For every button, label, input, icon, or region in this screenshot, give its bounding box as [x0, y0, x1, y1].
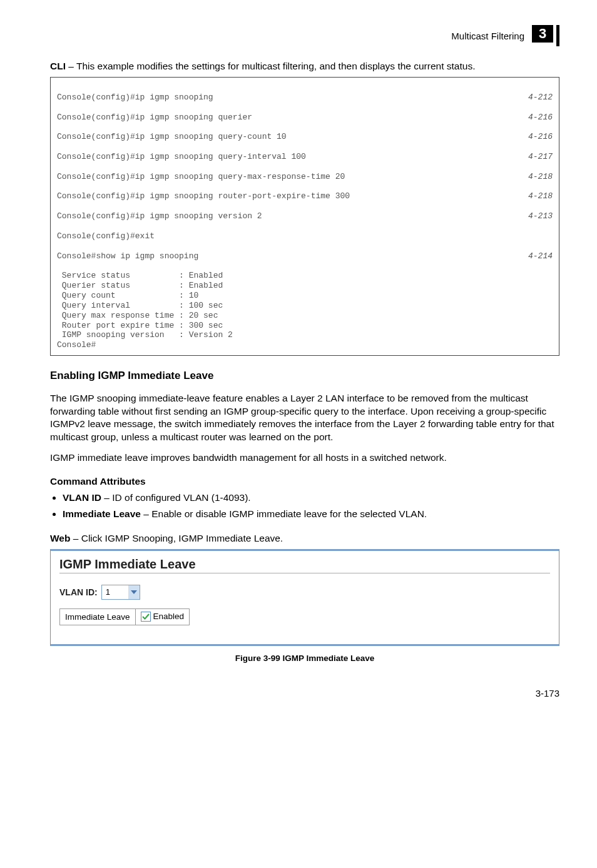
intro-text: – This example modifies the settings for… [66, 61, 475, 71]
code-output: Querier status : Enabled [57, 281, 223, 290]
code-ref: 4-218 [516, 172, 553, 182]
code-output: IGMP snooping version : Version 2 [57, 330, 233, 340]
page-number-badge: 3 [532, 25, 559, 46]
code-output: Query max response time : 20 sec [57, 311, 218, 320]
checkbox-icon [141, 612, 151, 622]
screenshot-title: IGMP Immediate Leave [59, 557, 550, 572]
code-cmd: Console(config)#ip igmp snooping router-… [57, 191, 350, 201]
web-paragraph: Web – Click IGMP Snooping, IGMP Immediat… [50, 532, 559, 545]
header-title: Multicast Filtering [451, 31, 524, 41]
divider [59, 573, 550, 573]
chevron-down-icon [128, 585, 140, 599]
code-ref: 4-216 [516, 132, 553, 142]
list-item: Immediate Leave – Enable or disable IGMP… [63, 507, 559, 521]
immediate-leave-cell: Enabled [135, 608, 190, 625]
code-cmd: Console(config)#ip igmp snooping [57, 93, 213, 103]
vlan-row: VLAN ID: 1 [59, 585, 550, 600]
checkbox-label: Enabled [153, 612, 185, 621]
section-body-1: The IGMP snooping immediate-leave featur… [50, 392, 559, 445]
code-ref: 4-212 [516, 93, 553, 103]
code-cmd: Console#show ip igmp snooping [57, 251, 198, 261]
immediate-leave-table: Immediate Leave Enabled [59, 608, 190, 625]
attr-name: VLAN ID [63, 492, 101, 503]
footer-page-number: 3-173 [50, 688, 559, 699]
section-body-2: IGMP immediate leave improves bandwidth … [50, 452, 559, 465]
figure-caption: Figure 3-99 IGMP Immediate Leave [50, 654, 559, 663]
code-block: Console(config)#ip igmp snooping4-212 Co… [50, 77, 559, 356]
code-ref: 4-218 [516, 191, 553, 201]
list-item: VLAN ID – ID of configured VLAN (1-4093)… [63, 491, 559, 505]
web-text: – Click IGMP Snooping, IGMP Immediate Le… [70, 533, 283, 543]
code-ref: 4-216 [516, 113, 553, 123]
code-output: Console# [57, 340, 96, 350]
enabled-checkbox[interactable]: Enabled [141, 612, 185, 622]
intro-paragraph: CLI – This example modifies the settings… [50, 60, 559, 73]
code-cmd: Console(config)#ip igmp snooping query-i… [57, 152, 306, 162]
code-cmd: Console(config)#ip igmp snooping query-m… [57, 172, 345, 182]
cli-label: CLI [50, 61, 66, 71]
code-ref: 4-217 [516, 152, 553, 162]
immediate-leave-label: Immediate Leave [60, 608, 136, 625]
vlan-id-select[interactable]: 1 [101, 585, 140, 600]
web-label: Web [50, 533, 70, 543]
section-heading: Enabling IGMP Immediate Leave [50, 370, 559, 382]
code-cmd: Console(config)#ip igmp snooping version… [57, 211, 262, 221]
attr-name: Immediate Leave [63, 508, 141, 519]
code-ref: 4-214 [516, 251, 553, 261]
table-row: Immediate Leave Enabled [60, 608, 190, 625]
code-cmd: Console(config)#ip igmp snooping query-c… [57, 132, 287, 142]
code-cmd: Console(config)#exit [57, 231, 155, 241]
code-ref [540, 231, 553, 241]
vlan-id-label: VLAN ID: [59, 587, 98, 597]
code-ref: 4-213 [516, 211, 553, 221]
page-header: Multicast Filtering 3 [50, 25, 559, 46]
code-output: Query interval : 100 sec [57, 301, 223, 310]
code-output: Query count : 10 [57, 291, 198, 300]
screenshot-panel: IGMP Immediate Leave VLAN ID: 1 Immediat… [50, 549, 559, 646]
command-attributes-heading: Command Attributes [50, 476, 559, 487]
page-number: 3 [532, 25, 553, 43]
code-output: Service status : Enabled [57, 271, 223, 280]
attr-desc: – ID of configured VLAN (1-4093). [101, 492, 251, 503]
attributes-list: VLAN ID – ID of configured VLAN (1-4093)… [50, 491, 559, 520]
vlan-id-value: 1 [106, 587, 110, 597]
attr-desc: – Enable or disable IGMP immediate leave… [141, 508, 427, 519]
code-output: Router port expire time : 300 sec [57, 321, 223, 330]
code-cmd: Console(config)#ip igmp snooping querier [57, 113, 252, 123]
